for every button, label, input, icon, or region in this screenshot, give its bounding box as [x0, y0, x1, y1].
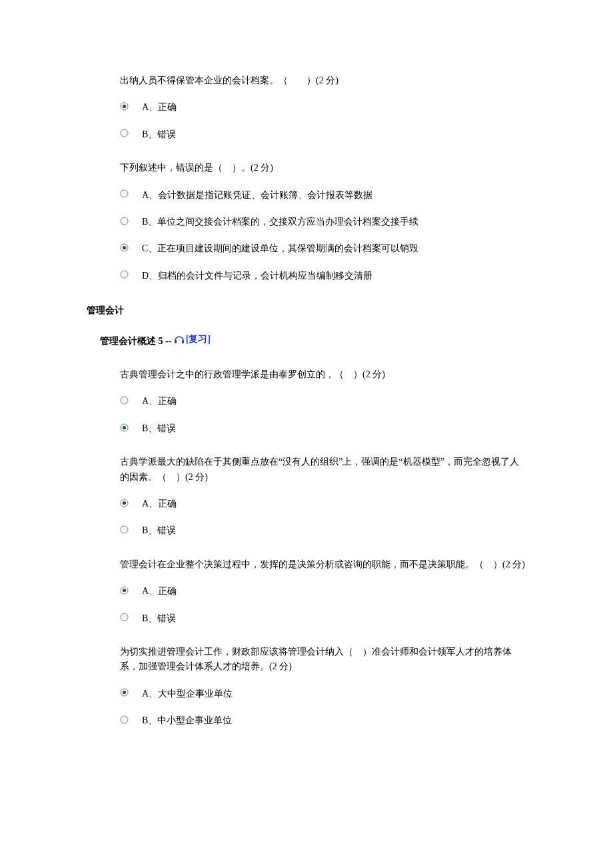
review-link[interactable]: [复习] [174, 332, 211, 347]
option-label: A、大中型企事业单位 [142, 684, 233, 701]
svg-point-20 [123, 691, 126, 694]
option-b: B、错误 [120, 609, 526, 626]
option-a: A、正确 [120, 97, 526, 115]
option-label: A、正确 [142, 581, 177, 599]
option-a: A、大中型企事业单位 [120, 684, 526, 701]
svg-point-15 [121, 526, 128, 533]
option-label: B、错误 [142, 125, 176, 142]
question-text: 古典学派最大的缺陷在于其侧重点放在“没有人的组织”上，强调的是“机器模型”，而完… [120, 455, 526, 485]
question-s1-q2: 下列叙述中，错误的是（ ）。(2 分) A、会计数据是指记账凭证、会计账簿、会计… [87, 161, 526, 283]
headphones-icon [174, 335, 185, 344]
svg-point-17 [123, 589, 126, 592]
option-d: D、归档的会计文件与记录，会计机构应当编制移交清册 [120, 266, 526, 283]
option-label: C、正在项目建设期间的建设单位，其保管期满的会计档案可以销毁 [142, 239, 418, 256]
question-s1-q1: 出纳人员不得保管本企业的会计档案。（ ）(2 分) A、正确 B、错误 [87, 73, 526, 142]
option-a: A、正确 [120, 581, 526, 599]
svg-point-3 [121, 190, 128, 197]
option-label: B、错误 [142, 419, 176, 436]
svg-rect-8 [175, 340, 177, 343]
svg-point-6 [123, 246, 126, 249]
radio-unselected-icon[interactable] [120, 189, 129, 198]
svg-point-12 [123, 425, 126, 429]
option-label: B、中小型企事业单位 [142, 711, 232, 728]
option-label: D、归档的会计文件与记录，会计机构应当编制移交清册 [142, 266, 372, 283]
svg-point-1 [123, 105, 126, 108]
svg-point-21 [121, 716, 128, 723]
option-b: B、单位之间交接会计档案的，交接双方应当办理会计档案交接手续 [120, 212, 526, 229]
radio-selected-icon[interactable] [120, 423, 129, 432]
option-label: B、错误 [142, 609, 176, 626]
option-a: A、正确 [120, 391, 526, 409]
svg-point-4 [121, 217, 128, 225]
option-b: B、中小型企事业单位 [120, 711, 526, 728]
radio-unselected-icon[interactable] [120, 270, 129, 279]
option-b: B、错误 [120, 419, 526, 436]
subsection-title: 管理会计概述 5 [100, 336, 163, 346]
radio-selected-icon[interactable] [120, 688, 129, 697]
radio-unselected-icon[interactable] [120, 217, 129, 225]
question-text: 为切实推进管理会计工作，财政部应该将管理会计纳入（ ）准会计师和会计领军人才的培… [120, 645, 526, 675]
svg-point-2 [121, 129, 128, 137]
question-text: 出纳人员不得保管本企业的会计档案。（ ）(2 分) [120, 73, 526, 88]
question-text: 下列叙述中，错误的是（ ）。(2 分) [120, 161, 526, 175]
question-s2-q1: 古典管理会计之中的行政管理学派是由泰罗创立的，（ ）(2 分) A、正确 B、错… [87, 367, 526, 436]
option-label: B、单位之间交接会计档案的，交接双方应当办理会计档案交接手续 [142, 212, 418, 229]
option-c: C、正在项目建设期间的建设单位，其保管期满的会计档案可以销毁 [120, 239, 526, 256]
radio-selected-icon[interactable] [120, 102, 129, 111]
svg-point-10 [121, 397, 128, 404]
option-label: A、正确 [142, 391, 177, 409]
option-b: B、错误 [120, 521, 526, 538]
svg-rect-9 [182, 340, 184, 343]
option-label: B、错误 [142, 521, 176, 538]
radio-unselected-icon[interactable] [120, 613, 129, 621]
option-a: A、正确 [120, 494, 526, 511]
question-text: 管理会计在企业整个决策过程中，发挥的是决策分析或咨询的职能，而不是决策职能。（ … [120, 557, 526, 572]
radio-unselected-icon[interactable] [120, 715, 129, 724]
radio-selected-icon[interactable] [120, 586, 129, 595]
option-b: B、错误 [120, 125, 526, 142]
question-s2-q4: 为切实推进管理会计工作，财政部应该将管理会计纳入（ ）准会计师和会计领军人才的培… [87, 645, 526, 729]
option-a: A、会计数据是指记账凭证、会计账簿、会计报表等数据 [120, 185, 526, 203]
option-label: A、会计数据是指记账凭证、会计账簿、会计报表等数据 [142, 185, 372, 203]
svg-point-18 [121, 613, 128, 621]
subsection-header: 管理会计概述 5 -- [复习] [100, 332, 526, 349]
section-heading: 管理会计 [87, 303, 526, 318]
svg-point-7 [121, 271, 128, 278]
question-s2-q2: 古典学派最大的缺陷在于其侧重点放在“没有人的组织”上，强调的是“机器模型”，而完… [87, 455, 526, 539]
option-label: A、正确 [142, 97, 177, 115]
radio-unselected-icon[interactable] [120, 396, 129, 405]
question-text: 古典管理会计之中的行政管理学派是由泰罗创立的，（ ）(2 分) [120, 367, 526, 382]
radio-unselected-icon[interactable] [120, 525, 129, 534]
separator: -- [163, 336, 174, 346]
svg-point-14 [123, 501, 126, 505]
radio-selected-icon[interactable] [120, 243, 129, 252]
radio-selected-icon[interactable] [120, 499, 129, 507]
option-label: A、正确 [142, 494, 177, 511]
question-s2-q3: 管理会计在企业整个决策过程中，发挥的是决策分析或咨询的职能，而不是决策职能。（ … [87, 557, 526, 626]
review-text: [复习] [186, 332, 211, 347]
radio-unselected-icon[interactable] [120, 129, 129, 137]
